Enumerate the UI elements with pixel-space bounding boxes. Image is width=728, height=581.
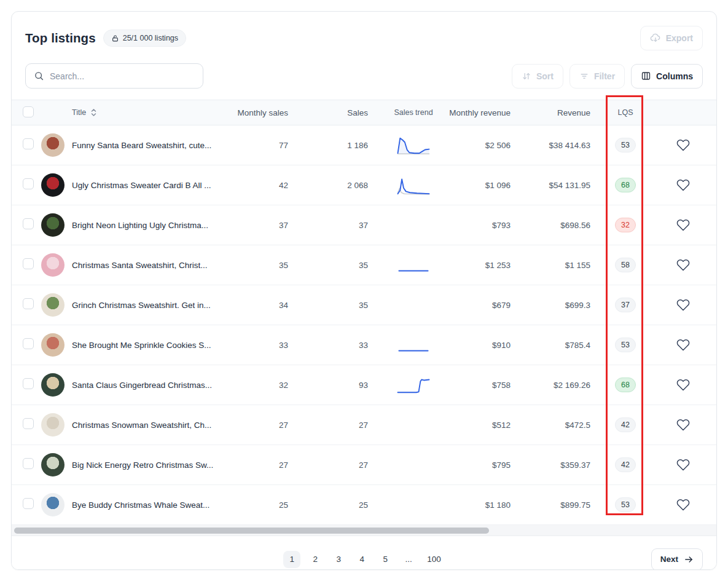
row-checkbox[interactable] [23,458,34,469]
favorite-heart-icon[interactable] [676,218,690,232]
page-title: Top listings [25,31,96,45]
table-row: Christmas Santa Sweatshirt, Christ... 35… [12,245,716,285]
horizontal-scrollbar-track[interactable] [12,525,716,536]
listing-title[interactable]: She Brought Me Sprinkle Cookies S... [72,341,211,350]
column-header-revenue: Revenue [522,108,601,117]
sales-trend-sparkline [379,175,448,196]
pagination-page-1[interactable]: 1 [283,551,300,568]
horizontal-scrollbar-thumb[interactable] [14,528,489,534]
pagination-page-2[interactable]: 2 [307,551,324,568]
monthly-revenue-value: $1 180 [448,500,522,510]
listing-thumbnail[interactable] [41,453,65,476]
favorite-heart-icon[interactable] [676,258,690,272]
cloud-download-icon [650,33,661,44]
revenue-value: $2 169.26 [522,381,601,390]
listing-title[interactable]: Ugly Christmas Sweater Cardi B All ... [72,181,211,190]
monthly-revenue-value: $795 [448,460,522,470]
sort-chevrons-icon [90,108,97,117]
sort-label: Sort [536,71,554,81]
columns-button[interactable]: Columns [631,64,703,89]
listing-title[interactable]: Funny Santa Beard Sweatshirt, cute... [72,141,211,150]
column-header-monthly-sales: Monthly sales [227,108,299,117]
listing-title[interactable]: Bright Neon Lighting Ugly Christma... [72,221,208,230]
table-row: Christmas Snowman Sweatshirt, Ch... 27 2… [12,405,716,445]
row-checkbox[interactable] [23,298,34,309]
sales-value: 35 [299,301,379,310]
listings-count-label: 25/1 000 listings [123,34,178,42]
column-header-lqs: LQS [601,108,649,117]
table-row: Santa Claus Gingerbread Christmas... 32 … [12,365,716,405]
filter-icon [579,71,589,81]
row-checkbox[interactable] [23,338,34,349]
favorite-heart-icon[interactable] [676,138,690,152]
listing-thumbnail[interactable] [41,173,65,197]
favorite-heart-icon[interactable] [676,418,690,432]
favorite-heart-icon[interactable] [676,298,690,312]
sales-trend-sparkline [379,135,448,156]
favorite-heart-icon[interactable] [676,378,690,392]
row-checkbox[interactable] [23,258,34,269]
search-box[interactable] [25,63,203,89]
column-header-sales-trend: Sales trend [379,108,448,117]
revenue-value: $698.56 [522,221,601,230]
listing-thumbnail[interactable] [41,213,65,237]
listing-title[interactable]: Big Nick Energy Retro Christmas Sw... [72,460,213,470]
pagination: 12345...100 Next [12,536,716,570]
monthly-sales-value: 34 [227,301,299,310]
listing-title[interactable]: Bye Buddy Christmas Whale Sweat... [72,500,209,510]
pagination-page-3[interactable]: 3 [330,551,347,568]
row-checkbox[interactable] [23,178,34,189]
row-checkbox[interactable] [23,418,34,429]
pagination-page-4[interactable]: 4 [353,551,370,568]
listing-title[interactable]: Santa Claus Gingerbread Christmas... [72,381,212,390]
row-checkbox[interactable] [23,138,34,149]
pagination-ellipsis: ... [400,551,417,568]
listing-thumbnail[interactable] [41,413,65,437]
sort-button[interactable]: Sort [512,64,563,89]
sales-value: 2 068 [299,181,379,190]
monthly-sales-value: 27 [227,421,299,430]
table-body: Funny Santa Beard Sweatshirt, cute... 77… [12,125,716,525]
monthly-sales-value: 27 [227,460,299,470]
revenue-value: $785.4 [522,341,601,350]
listing-thumbnail[interactable] [41,253,65,277]
favorite-heart-icon[interactable] [676,498,690,512]
row-checkbox[interactable] [23,378,34,389]
listing-thumbnail[interactable] [41,293,65,317]
listing-thumbnail[interactable] [41,333,65,357]
next-label: Next [660,555,678,564]
select-all-checkbox[interactable] [23,106,34,117]
sales-trend-sparkline [379,374,448,395]
revenue-value: $359.37 [522,460,601,470]
pagination-page-5[interactable]: 5 [377,551,394,568]
next-page-button[interactable]: Next [651,548,703,571]
table-row: Grinch Christmas Sweatshirt. Get in... 3… [12,285,716,325]
lqs-badge: 32 [615,218,636,232]
listing-title[interactable]: Christmas Snowman Sweatshirt, Ch... [72,421,211,430]
export-button[interactable]: Export [640,26,703,50]
sales-trend-sparkline [379,334,448,355]
row-checkbox[interactable] [23,498,34,509]
filter-button[interactable]: Filter [569,64,625,89]
search-input[interactable] [50,71,195,81]
favorite-heart-icon[interactable] [676,178,690,192]
monthly-sales-value: 33 [227,341,299,350]
monthly-revenue-value: $793 [448,221,522,230]
listing-thumbnail[interactable] [41,133,65,157]
listing-thumbnail[interactable] [41,493,65,516]
pagination-page-100[interactable]: 100 [423,551,445,568]
sales-value: 27 [299,421,379,430]
column-header-title[interactable]: Title [72,108,227,117]
toolbar: Sort Filter Columns [12,61,716,100]
revenue-value: $38 414.63 [522,141,601,150]
revenue-value: $899.75 [522,500,601,510]
listing-title[interactable]: Grinch Christmas Sweatshirt. Get in... [72,301,211,310]
lqs-badge: 37 [615,298,636,312]
top-listings-card: Top listings 25/1 000 listings Export [11,11,717,570]
favorite-heart-icon[interactable] [676,458,690,472]
listing-thumbnail[interactable] [41,373,65,397]
listing-title[interactable]: Christmas Santa Sweatshirt, Christ... [72,261,208,270]
favorite-heart-icon[interactable] [676,338,690,352]
card-header: Top listings 25/1 000 listings Export [12,12,716,61]
row-checkbox[interactable] [23,218,34,229]
